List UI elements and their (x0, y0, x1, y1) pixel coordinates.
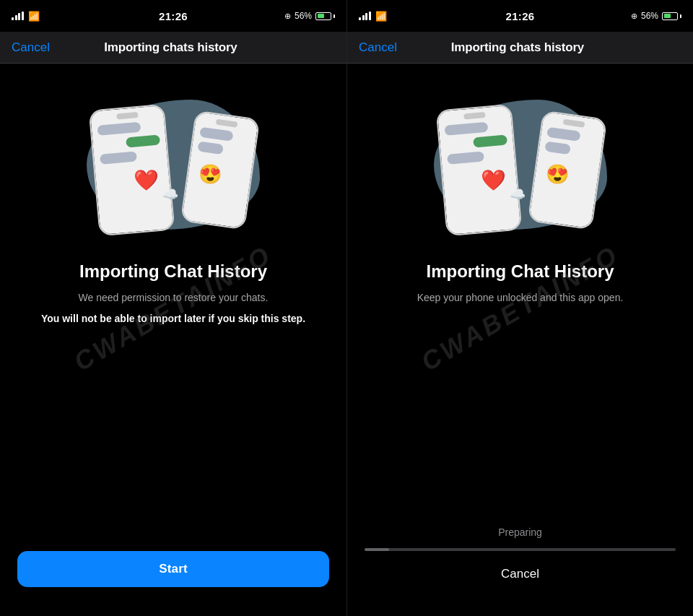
phone-left-2 (435, 104, 522, 236)
phone-screen-left-2 (437, 105, 520, 235)
status-left-2: 📶 (359, 11, 417, 22)
phone-left-1 (89, 104, 175, 236)
progress-area: Preparing Cancel (347, 526, 693, 616)
heading-1: Importing Chat History (79, 261, 267, 282)
msg-bubble-9 (546, 127, 580, 142)
battery-icon-2 (662, 12, 681, 20)
illustration-2: ❤️ ☁️ 😍 (412, 85, 629, 244)
nav-title-1: Importing chats history (104, 40, 237, 55)
status-right-2: ⊕ 56% (624, 11, 681, 21)
msg-bubble-5 (197, 141, 224, 155)
status-bar-1: 📶 21:26 ⊕ 56% (0, 0, 346, 32)
cancel-nav-button-1[interactable]: Cancel (12, 40, 50, 55)
progress-bar-container (365, 548, 676, 551)
cloud-emoji-2: ☁️ (510, 186, 526, 202)
wifi-icon: 📶 (28, 11, 40, 22)
signal-icon-2 (359, 12, 371, 20)
time-1: 21:26 (159, 10, 188, 22)
msg-bubble-4 (199, 127, 233, 142)
wifi-icon-2: 📶 (375, 11, 387, 22)
status-left-1: 📶 (12, 11, 69, 22)
msg-bubble-3 (100, 151, 137, 164)
desc1-2: Keep your phone unlocked and this app op… (417, 290, 624, 305)
love-emoji-2: 😍 (546, 163, 569, 186)
location-icon-2: ⊕ (631, 12, 637, 21)
content-1: ❤️ ☁️ 😍 Importing Chat History We need p… (0, 64, 346, 551)
battery-pct-1: 56% (295, 11, 312, 21)
screen-1: 📶 21:26 ⊕ 56% Cancel Importing chats his… (0, 0, 346, 616)
heart-emoji-1: ❤️ (134, 168, 159, 192)
time-2: 21:26 (506, 10, 535, 22)
screen-2: 📶 21:26 ⊕ 56% Cancel Importing chats his… (346, 0, 693, 616)
battery-icon-1 (315, 12, 335, 20)
location-icon: ⊕ (284, 12, 291, 21)
nav-title-2: Importing chats history (451, 40, 584, 55)
bottom-1: Start (0, 551, 346, 616)
cancel-nav-button-2[interactable]: Cancel (359, 40, 397, 55)
cloud-emoji-1: ☁️ (162, 186, 178, 202)
desc2-1: You will not be able to import later if … (41, 311, 305, 326)
desc1-1: We need permission to restore your chats… (79, 290, 269, 305)
status-right-1: ⊕ 56% (277, 11, 335, 21)
nav-bar-2: Cancel Importing chats history (347, 32, 693, 64)
msg-bubble-1 (97, 122, 140, 136)
love-emoji-1: 😍 (199, 163, 222, 186)
msg-bubble-6 (444, 122, 487, 136)
signal-icon (12, 12, 24, 20)
illustration-1: ❤️ ☁️ 😍 (65, 85, 282, 244)
msg-bubble-7 (473, 134, 507, 147)
progress-label: Preparing (498, 526, 542, 538)
phone-screen-left (90, 105, 174, 235)
cancel-progress-button[interactable]: Cancel (501, 561, 539, 587)
progress-bar-fill (365, 548, 389, 551)
msg-bubble-8 (446, 151, 484, 164)
msg-bubble-2 (126, 134, 160, 147)
heart-emoji-2: ❤️ (481, 168, 506, 192)
content-2: ❤️ ☁️ 😍 Importing Chat History Keep your… (347, 64, 693, 526)
nav-bar-1: Cancel Importing chats history (0, 32, 346, 64)
heading-2: Importing Chat History (426, 261, 614, 282)
msg-bubble-10 (544, 141, 571, 155)
battery-pct-2: 56% (641, 11, 658, 21)
status-bar-2: 📶 21:26 ⊕ 56% (347, 0, 693, 32)
start-button[interactable]: Start (17, 551, 329, 587)
